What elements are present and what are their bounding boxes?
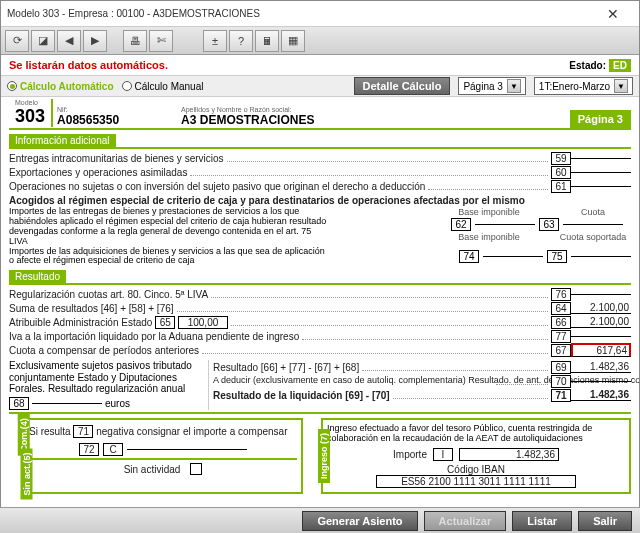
iban-value[interactable]: ES56 2100 1111 3011 1111 1111	[376, 475, 576, 488]
status-row: Se listarán datos automáticos. Estado: E…	[1, 55, 639, 75]
content-area: Modelo 303 Nif: A08565350 Apellidos y No…	[1, 97, 639, 506]
input-70[interactable]	[571, 381, 631, 382]
listar-button[interactable]: Listar	[512, 511, 572, 531]
value-71: 1.482,36	[571, 389, 631, 401]
radio-manual[interactable]: Cálculo Manual	[122, 81, 204, 92]
input-61[interactable]	[571, 186, 631, 187]
line-61: Operaciones no sujetas o con inversión d…	[9, 179, 631, 193]
footer: Generar Asiento Actualizar Listar Salir	[0, 507, 640, 533]
sub-68-71: Exclusivamente sujetos pasivos tributado…	[9, 360, 631, 410]
section-resultado: Resultado	[9, 270, 66, 283]
input-60[interactable]	[571, 172, 631, 173]
calc-icon[interactable]: 🖩	[255, 30, 279, 52]
line-71: Resultado de la liquidación [69] - [70]7…	[213, 388, 631, 402]
line-60: Exportaciones y operaciones asimiladas60	[9, 165, 631, 179]
value-67[interactable]: 617,64	[571, 343, 631, 357]
section-info-adicional: Información adicional	[9, 134, 116, 147]
panel-compensar: Com.(4) Sin act.(5) Si resulta 71 negati…	[23, 418, 303, 494]
toolbar: ⟳ ◪ ◀ ▶ 🖶 ✄ ± ? 🖩 ▦	[1, 27, 639, 55]
estado-label: Estado: ED	[569, 59, 631, 71]
importe-value: 1.482,36	[459, 448, 559, 461]
prev-icon[interactable]: ◀	[57, 30, 81, 52]
line-77: Iva a la importación liquidado por la Ad…	[9, 329, 631, 343]
actualizar-button: Actualizar	[424, 511, 507, 531]
value-64: 2.100,00	[571, 302, 631, 314]
grid-icon[interactable]: ▦	[281, 30, 305, 52]
nif-value: A08565350	[57, 113, 177, 127]
cols-62-63: Importes de las entregas de bienes y pre…	[9, 207, 631, 247]
modelo-label: Modelo	[15, 99, 45, 106]
nif-label: Nif:	[57, 106, 177, 113]
name-label: Apellidos y Nombre o Razón social:	[181, 106, 566, 113]
line-69: Resultado [66] + [77] - [67] + [68]691.4…	[213, 360, 631, 374]
line-59: Entregas intracomunitarias de bienes y s…	[9, 151, 631, 165]
vlabel-ingreso: Ingreso (7)	[318, 429, 330, 483]
line-67: Cuota a compensar de períodos anteriores…	[9, 343, 631, 357]
input-76[interactable]	[571, 294, 631, 295]
titlebar: Modelo 303 - Empresa : 00100 - A3DEMOSTR…	[1, 1, 639, 27]
line-64: Suma de resultados [46] + [58] + [76]642…	[9, 301, 631, 315]
vlabel-sin: Sin act.(5)	[21, 449, 33, 500]
input-59[interactable]	[571, 158, 631, 159]
modelo-number: 303	[15, 106, 45, 127]
period-select[interactable]: 1T:Enero-Marzo▼	[534, 77, 633, 95]
panel-ingreso: Ingreso (7) Ingreso efectuado a favor de…	[321, 418, 631, 494]
warning-text: Se listarán datos automáticos.	[9, 59, 168, 71]
estado-badge: ED	[609, 59, 631, 72]
input-65[interactable]: 100,00	[178, 316, 228, 329]
detalle-calculo-button[interactable]: Detalle Cálculo	[354, 77, 451, 95]
page-tab: Página 3	[570, 110, 631, 128]
checkbox-sin-actividad[interactable]	[190, 463, 202, 475]
chevron-down-icon[interactable]: ▼	[614, 79, 628, 93]
chevron-down-icon[interactable]: ▼	[507, 79, 521, 93]
next-icon[interactable]: ▶	[83, 30, 107, 52]
salir-button[interactable]: Salir	[578, 511, 632, 531]
close-button[interactable]: ✕	[593, 3, 633, 25]
line-criterio-caja: Acogidos al régimen especial de criterio…	[9, 193, 631, 207]
bottom-panels: Com.(4) Sin act.(5) Si resulta 71 negati…	[9, 418, 631, 494]
refresh-icon[interactable]: ⟳	[5, 30, 29, 52]
model-header: Modelo 303 Nif: A08565350 Apellidos y No…	[9, 99, 631, 130]
page-select[interactable]: Página 3▼	[458, 77, 525, 95]
input-74[interactable]	[483, 256, 543, 257]
input-72[interactable]	[127, 449, 247, 450]
name-value: A3 DEMOSTRACIONES	[181, 113, 566, 127]
radio-auto[interactable]: Cálculo Automático	[7, 81, 114, 92]
input-63[interactable]	[563, 224, 623, 225]
value-69: 1.482,36	[571, 361, 631, 373]
mode-row: Cálculo Automático Cálculo Manual Detall…	[1, 75, 639, 97]
window-title: Modelo 303 - Empresa : 00100 - A3DEMOSTR…	[7, 8, 593, 19]
plusminus-icon[interactable]: ±	[203, 30, 227, 52]
input-68[interactable]	[32, 403, 102, 404]
input-77[interactable]	[571, 336, 631, 337]
line-70: A deducir (exclusivamente en caso de aut…	[213, 374, 631, 388]
cut-icon[interactable]: ✄	[149, 30, 173, 52]
value-66: 2.100,00	[571, 316, 631, 328]
edit-icon[interactable]: ◪	[31, 30, 55, 52]
line-76: Regularización cuotas art. 80. Cinco. 5ª…	[9, 287, 631, 301]
help-icon[interactable]: ?	[229, 30, 253, 52]
cols-74-75: Importes de las adquisiciones de bienes …	[9, 247, 631, 267]
line-65-66: Atribuible Administración Estado 65 100,…	[9, 315, 631, 329]
print-icon[interactable]: 🖶	[123, 30, 147, 52]
input-75[interactable]	[571, 256, 631, 257]
input-62[interactable]	[475, 224, 535, 225]
generar-asiento-button[interactable]: Generar Asiento	[302, 511, 417, 531]
